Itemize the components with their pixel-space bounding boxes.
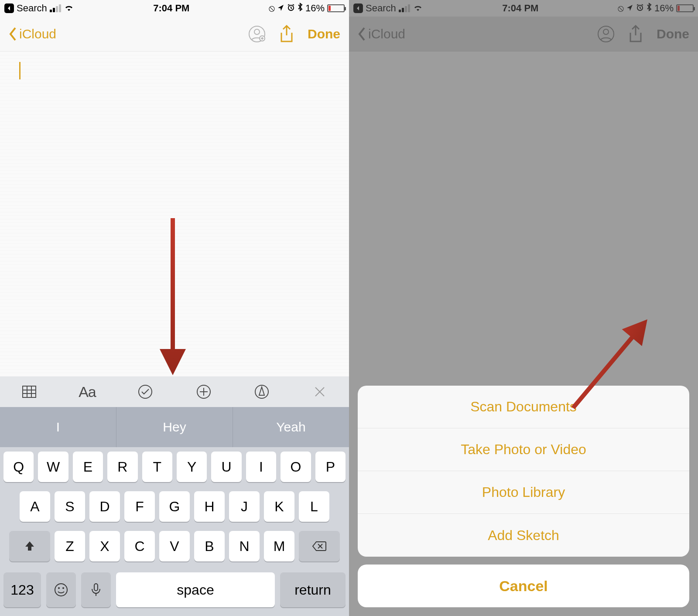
prediction-1[interactable]: I xyxy=(0,407,116,447)
key-i[interactable]: I xyxy=(246,452,276,482)
table-icon[interactable] xyxy=(17,380,41,404)
status-left: Search xyxy=(4,3,74,14)
key-x[interactable]: X xyxy=(89,531,120,561)
key-h[interactable]: H xyxy=(194,491,225,522)
key-o[interactable]: O xyxy=(281,452,311,482)
svg-point-19 xyxy=(58,587,60,589)
action-sheet: Scan Documents Take Photo or Video Photo… xyxy=(358,386,689,607)
cellular-signal-icon xyxy=(50,4,61,12)
prediction-3[interactable]: Yeah xyxy=(233,407,349,447)
key-e[interactable]: E xyxy=(73,452,103,482)
status-bar: Search 7:04 PM ⦸ 16% xyxy=(0,0,349,17)
battery-percent: 16% xyxy=(305,3,325,14)
status-time: 7:04 PM xyxy=(153,3,189,14)
text-cursor xyxy=(19,62,21,79)
back-button[interactable]: iCloud xyxy=(9,27,56,41)
bluetooth-icon xyxy=(298,3,303,14)
keyboard-row-2: ASDFGHJKL xyxy=(0,487,349,527)
collaborator-icon[interactable] xyxy=(248,25,266,43)
markup-icon[interactable] xyxy=(250,380,274,404)
key-u[interactable]: U xyxy=(211,452,241,482)
key-n[interactable]: N xyxy=(229,531,260,561)
key-c[interactable]: C xyxy=(124,531,155,561)
key-b[interactable]: B xyxy=(194,531,225,561)
key-s[interactable]: S xyxy=(55,491,85,522)
keyboard-row-1: QWERTYUIOP xyxy=(0,447,349,487)
space-key[interactable]: space xyxy=(116,572,275,607)
key-w[interactable]: W xyxy=(38,452,68,482)
key-f[interactable]: F xyxy=(124,491,155,522)
svg-point-9 xyxy=(139,385,152,398)
status-right: ⦸ 16% xyxy=(269,3,345,14)
key-j[interactable]: J xyxy=(229,491,260,522)
alarm-icon xyxy=(287,3,295,14)
phone-left: Search 7:04 PM ⦸ 16% xyxy=(0,0,349,616)
cancel-button[interactable]: Cancel xyxy=(358,565,689,607)
key-q[interactable]: Q xyxy=(3,452,34,482)
add-sketch-option[interactable]: Add Sketch xyxy=(358,514,689,557)
key-z[interactable]: Z xyxy=(55,531,85,561)
keyboard-row-3: ZXCVBNM xyxy=(0,527,349,566)
done-button[interactable]: Done xyxy=(308,27,340,41)
back-label: iCloud xyxy=(19,27,56,41)
key-v[interactable]: V xyxy=(159,531,190,561)
key-k[interactable]: K xyxy=(264,491,294,522)
share-icon[interactable] xyxy=(278,25,295,43)
rotation-lock-icon: ⦸ xyxy=(269,3,275,14)
key-m[interactable]: M xyxy=(264,531,294,561)
key-g[interactable]: G xyxy=(159,491,190,522)
scan-documents-option[interactable]: Scan Documents xyxy=(358,386,689,428)
svg-point-18 xyxy=(55,584,67,596)
key-y[interactable]: Y xyxy=(177,452,207,482)
return-key[interactable]: return xyxy=(280,572,346,607)
prediction-row: I Hey Yeah xyxy=(0,407,349,447)
key-r[interactable]: R xyxy=(107,452,137,482)
add-attachment-icon[interactable] xyxy=(192,380,216,404)
key-t[interactable]: T xyxy=(142,452,172,482)
key-a[interactable]: A xyxy=(20,491,50,522)
text-format-button[interactable]: Aa xyxy=(75,380,99,404)
backspace-key[interactable] xyxy=(299,531,340,561)
wifi-icon xyxy=(64,3,74,14)
photo-library-option[interactable]: Photo Library xyxy=(358,471,689,514)
keyboard-row-4: 123 space return xyxy=(0,566,349,616)
action-sheet-group: Scan Documents Take Photo or Video Photo… xyxy=(358,386,689,557)
back-to-search-chip[interactable] xyxy=(4,3,14,13)
search-label: Search xyxy=(17,3,47,14)
svg-point-2 xyxy=(254,29,260,34)
emoji-key[interactable] xyxy=(46,572,76,607)
key-d[interactable]: D xyxy=(89,491,120,522)
take-photo-video-option[interactable]: Take Photo or Video xyxy=(358,428,689,471)
key-l[interactable]: L xyxy=(299,491,329,522)
svg-point-20 xyxy=(62,587,64,589)
checklist-icon[interactable] xyxy=(133,380,157,404)
nav-bar: iCloud Done xyxy=(0,17,349,51)
dismiss-icon[interactable] xyxy=(308,380,332,404)
prediction-2[interactable]: Hey xyxy=(116,407,233,447)
numbers-key[interactable]: 123 xyxy=(3,572,41,607)
svg-rect-4 xyxy=(23,386,36,397)
key-p[interactable]: P xyxy=(315,452,346,482)
phone-right: Search 7:04 PM ⦸ 16% iCloud xyxy=(349,0,698,616)
formatting-bar: Aa xyxy=(0,376,349,407)
shift-key[interactable] xyxy=(9,531,50,561)
dictation-key[interactable] xyxy=(81,572,111,607)
battery-icon xyxy=(327,4,345,12)
location-icon xyxy=(277,3,284,14)
svg-rect-21 xyxy=(94,584,98,591)
note-editor[interactable] xyxy=(0,51,349,376)
